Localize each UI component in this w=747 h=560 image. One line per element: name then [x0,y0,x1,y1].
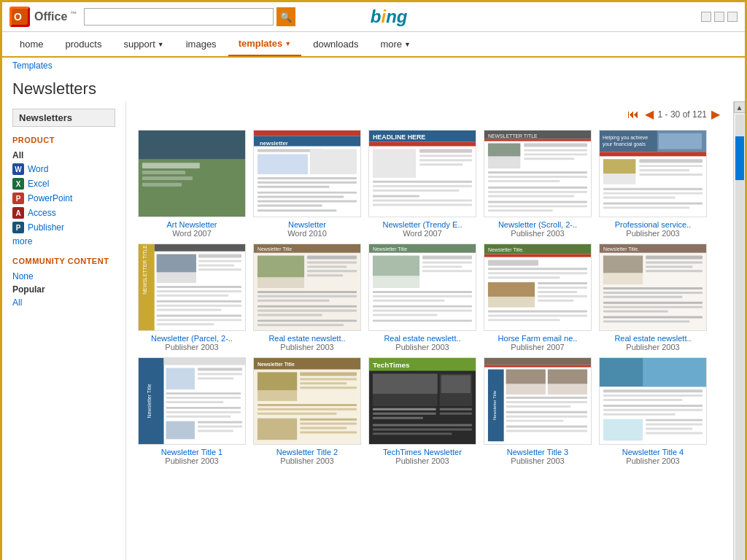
search-button[interactable]: 🔍 [276,7,295,26]
svg-rect-3 [139,131,245,159]
nav-templates[interactable]: templates ▼ [228,32,302,56]
sidebar-item-word[interactable]: W Word [12,162,115,176]
sidebar-filter-label[interactable]: Newsletters [12,109,115,127]
svg-rect-173 [166,397,241,399]
nav-home[interactable]: home [9,33,54,55]
nav-more[interactable]: more ▼ [370,33,421,55]
svg-rect-83 [198,260,241,262]
template-product: Publisher 2003 [165,343,218,351]
svg-rect-206 [441,375,471,393]
svg-text:Newsletter Title: Newsletter Title [147,384,152,418]
template-thumb [138,130,246,217]
scroll-up-button[interactable]: ▲ [734,101,746,113]
svg-rect-51 [488,180,560,182]
list-item[interactable]: NEWSLETTER TITLE [484,130,592,238]
template-link[interactable]: Newsletter Title 3 [507,448,568,456]
minimize-btn[interactable] [701,12,711,22]
list-item[interactable]: NEWSLETTER TITLE [138,244,246,351]
close-btn[interactable] [727,12,738,22]
sidebar-community-popular[interactable]: Popular [12,283,115,296]
template-link[interactable]: Professional service.. [615,220,692,229]
sidebar-item-access[interactable]: A Access [12,206,115,220]
svg-rect-50 [488,176,587,178]
pagination-text: 1 - 30 of 121 [658,109,707,120]
svg-rect-234 [643,358,706,386]
template-product: Publisher 2003 [626,229,679,238]
sidebar-community-none[interactable]: None [12,270,115,283]
svg-rect-92 [157,314,241,316]
svg-text:Newsletter Title: Newsletter Title [492,390,497,420]
scrollbar-track[interactable] [735,114,744,560]
list-item[interactable]: TechTimes [368,357,476,465]
list-item[interactable]: Newsletter Title [253,244,361,351]
breadcrumb-templates[interactable]: Templates [12,61,53,71]
list-item[interactable]: Newsletter Title. [599,244,707,351]
template-product: Publisher 2003 [626,456,679,465]
template-link[interactable]: Real estate newslett.. [614,334,691,343]
list-item[interactable]: Art Newsletter Word 2007 [138,130,246,238]
svg-rect-31 [419,159,472,161]
scrollbar-thumb[interactable] [735,136,744,180]
svg-rect-72 [603,192,703,195]
svg-rect-226 [506,405,571,408]
svg-rect-8 [142,183,182,187]
nav-downloads[interactable]: downloads [303,33,368,55]
template-link[interactable]: TechTimes Newsletter [383,448,462,456]
template-link[interactable]: Newsletter (Scroll, 2-.. [498,220,577,229]
svg-text:Newsletter Title.: Newsletter Title. [488,247,524,252]
template-link[interactable]: Newsletter (Trendy E.. [382,220,462,229]
list-item[interactable]: Newsletter Title [484,357,592,465]
template-product: Word 2007 [403,229,442,238]
svg-rect-16 [258,177,357,179]
svg-rect-64 [600,152,706,156]
list-item[interactable]: newsletter Newsletter [253,130,361,238]
sidebar-item-more[interactable]: more [12,235,115,248]
sidebar-item-all[interactable]: All [12,149,115,162]
nav-images[interactable]: images [176,33,227,55]
search-input[interactable] [84,8,274,26]
nav-support[interactable]: support ▼ [113,33,174,55]
sidebar-item-excel[interactable]: X Excel [12,176,115,191]
prev-page-button[interactable]: ◀ [643,107,655,121]
template-link[interactable]: Newsletter [288,220,326,229]
sidebar-item-publisher[interactable]: P Publisher [12,220,115,235]
list-item[interactable]: Newsletter Title [253,357,361,465]
template-link[interactable]: Real estate newslett.. [384,334,460,343]
svg-rect-47 [524,153,587,155]
svg-rect-17 [258,182,357,184]
first-page-button[interactable]: ⏮ [626,108,640,121]
template-link[interactable]: Newsletter Title 1 [161,448,222,456]
svg-rect-156 [603,287,703,289]
svg-text:your financial goals: your financial goals [603,142,646,148]
list-item[interactable]: Newsletter Title [368,244,476,351]
template-link[interactable]: Newsletter Title 2 [276,448,338,456]
next-page-button[interactable]: ▶ [710,107,721,121]
sidebar-community-all[interactable]: All [12,296,115,309]
svg-rect-212 [373,424,472,427]
maximize-btn[interactable] [714,12,724,22]
list-item[interactable]: Helping you achieve your financial goals [599,130,707,238]
svg-text:Newsletter Title: Newsletter Title [258,246,292,252]
nav-products[interactable]: products [55,33,112,55]
list-item[interactable]: Newsletter Title 4 Publisher 2003 [599,357,707,465]
template-link[interactable]: Horse Farm email ne.. [498,334,578,343]
svg-rect-69 [639,169,689,171]
template-link[interactable]: Newsletter Title 4 [622,448,684,456]
template-link[interactable]: Real estate newslett.. [268,334,345,343]
svg-rect-106 [258,295,357,298]
list-item[interactable]: Newsletter Title [138,357,246,465]
svg-rect-175 [166,407,241,409]
svg-rect-171 [198,377,233,379]
template-link[interactable]: Newsletter (Parcel, 2-.. [151,334,233,343]
template-product: Publisher 2003 [280,343,333,351]
main-layout: Newsletters PRODUCT All W Word X Excel P… [2,101,745,560]
template-link[interactable]: Art Newsletter [166,220,217,229]
svg-rect-56 [488,205,587,207]
list-item[interactable]: HEADLINE HERE Ne [368,130,476,238]
excel-icon: X [12,178,24,190]
svg-rect-189 [300,382,347,384]
list-item[interactable]: Newsletter Title. [484,244,592,351]
svg-rect-5 [142,163,200,168]
sidebar-item-powerpoint[interactable]: P PowerPoint [12,191,115,206]
svg-rect-169 [198,368,242,371]
